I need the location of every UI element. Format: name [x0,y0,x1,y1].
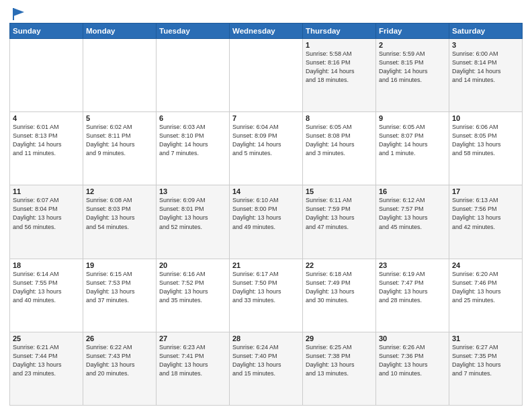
day-number: 20 [159,261,226,269]
day-info: Sunrise: 6:11 AMSunset: 7:59 PMDaylight:… [306,196,373,231]
week-row-3: 18Sunrise: 6:14 AMSunset: 7:55 PMDayligh… [10,259,523,332]
day-cell-11: 11Sunrise: 6:07 AMSunset: 8:04 PMDayligh… [10,185,83,259]
day-cell-3: 3Sunrise: 6:00 AMSunset: 8:14 PMDaylight… [449,39,523,112]
day-number: 15 [306,187,373,195]
day-cell-10: 10Sunrise: 6:06 AMSunset: 8:05 PMDayligh… [449,112,523,185]
day-cell-1: 1Sunrise: 5:58 AMSunset: 8:16 PMDaylight… [303,39,376,112]
day-info: Sunrise: 6:22 AMSunset: 7:43 PMDaylight:… [86,343,153,378]
day-number: 29 [306,334,373,342]
day-number: 18 [13,261,80,269]
day-number: 21 [232,261,300,269]
day-cell-31: 31Sunrise: 6:27 AMSunset: 7:35 PMDayligh… [449,332,523,405]
day-info: Sunrise: 6:13 AMSunset: 7:56 PMDaylight:… [452,196,519,231]
day-info: Sunrise: 6:03 AMSunset: 8:10 PMDaylight:… [159,123,226,158]
header [9,7,523,19]
day-cell-17: 17Sunrise: 6:13 AMSunset: 7:56 PMDayligh… [449,185,523,259]
day-number: 16 [379,187,446,195]
day-info: Sunrise: 6:09 AMSunset: 8:01 PMDaylight:… [159,196,226,231]
day-header-tuesday: Tuesday [157,24,230,39]
day-header-friday: Friday [376,24,449,39]
day-header-thursday: Thursday [303,24,376,39]
day-info: Sunrise: 6:16 AMSunset: 7:52 PMDaylight:… [159,270,226,305]
day-cell-18: 18Sunrise: 6:14 AMSunset: 7:55 PMDayligh… [10,259,83,332]
day-cell-23: 23Sunrise: 6:19 AMSunset: 7:47 PMDayligh… [376,259,449,332]
day-number: 24 [452,261,519,269]
day-header-wednesday: Wednesday [230,24,303,39]
day-number: 22 [306,261,373,269]
day-cell-21: 21Sunrise: 6:17 AMSunset: 7:50 PMDayligh… [230,259,303,332]
day-cell-4: 4Sunrise: 6:01 AMSunset: 8:13 PMDaylight… [10,112,83,185]
day-number: 7 [232,114,300,122]
day-cell-25: 25Sunrise: 6:21 AMSunset: 7:44 PMDayligh… [10,332,83,405]
day-info: Sunrise: 6:00 AMSunset: 8:14 PMDaylight:… [452,50,519,85]
day-header-sunday: Sunday [10,24,83,39]
day-info: Sunrise: 6:19 AMSunset: 7:47 PMDaylight:… [379,270,446,305]
day-info: Sunrise: 6:17 AMSunset: 7:50 PMDaylight:… [232,270,300,305]
day-number: 14 [232,187,300,195]
day-cell-14: 14Sunrise: 6:10 AMSunset: 8:00 PMDayligh… [230,185,303,259]
day-number: 1 [306,41,373,49]
day-cell-6: 6Sunrise: 6:03 AMSunset: 8:10 PMDaylight… [157,112,230,185]
day-info: Sunrise: 6:06 AMSunset: 8:05 PMDaylight:… [452,123,519,158]
empty-cell [83,39,157,112]
day-info: Sunrise: 6:05 AMSunset: 8:08 PMDaylight:… [306,123,373,158]
svg-marker-0 [13,8,24,16]
empty-cell [157,39,230,112]
week-row-0: 1Sunrise: 5:58 AMSunset: 8:16 PMDaylight… [10,39,523,112]
day-info: Sunrise: 6:10 AMSunset: 8:00 PMDaylight:… [232,196,300,231]
empty-cell [10,39,83,112]
day-info: Sunrise: 6:15 AMSunset: 7:53 PMDaylight:… [86,270,153,305]
page: SundayMondayTuesdayWednesdayThursdayFrid… [0,0,532,411]
day-info: Sunrise: 6:25 AMSunset: 7:38 PMDaylight:… [306,343,373,378]
day-number: 17 [452,187,519,195]
day-cell-12: 12Sunrise: 6:08 AMSunset: 8:03 PMDayligh… [83,185,157,259]
day-cell-27: 27Sunrise: 6:23 AMSunset: 7:41 PMDayligh… [157,332,230,405]
day-number: 30 [379,334,446,342]
day-info: Sunrise: 6:23 AMSunset: 7:41 PMDaylight:… [159,343,226,378]
day-info: Sunrise: 6:07 AMSunset: 8:04 PMDaylight:… [13,196,80,231]
day-cell-20: 20Sunrise: 6:16 AMSunset: 7:52 PMDayligh… [157,259,230,332]
day-number: 28 [232,334,300,342]
day-cell-9: 9Sunrise: 6:05 AMSunset: 8:07 PMDaylight… [376,112,449,185]
day-info: Sunrise: 6:18 AMSunset: 7:49 PMDaylight:… [306,270,373,305]
day-number: 11 [13,187,80,195]
day-info: Sunrise: 6:01 AMSunset: 8:13 PMDaylight:… [13,123,80,158]
day-number: 27 [159,334,226,342]
day-number: 5 [86,114,153,122]
day-number: 6 [159,114,226,122]
day-number: 2 [379,41,446,49]
day-cell-28: 28Sunrise: 6:24 AMSunset: 7:40 PMDayligh… [230,332,303,405]
day-cell-30: 30Sunrise: 6:26 AMSunset: 7:36 PMDayligh… [376,332,449,405]
day-number: 26 [86,334,153,342]
day-info: Sunrise: 6:24 AMSunset: 7:40 PMDaylight:… [232,343,300,378]
day-cell-2: 2Sunrise: 5:59 AMSunset: 8:15 PMDaylight… [376,39,449,112]
logo-flag-icon [11,7,26,21]
day-info: Sunrise: 6:08 AMSunset: 8:03 PMDaylight:… [86,196,153,231]
day-cell-29: 29Sunrise: 6:25 AMSunset: 7:38 PMDayligh… [303,332,376,405]
day-number: 19 [86,261,153,269]
day-cell-8: 8Sunrise: 6:05 AMSunset: 8:08 PMDaylight… [303,112,376,185]
day-cell-22: 22Sunrise: 6:18 AMSunset: 7:49 PMDayligh… [303,259,376,332]
day-number: 10 [452,114,519,122]
day-info: Sunrise: 6:14 AMSunset: 7:55 PMDaylight:… [13,270,80,305]
logo [9,7,26,19]
day-number: 31 [452,334,519,342]
calendar: SundayMondayTuesdayWednesdayThursdayFrid… [9,23,523,406]
day-info: Sunrise: 6:26 AMSunset: 7:36 PMDaylight:… [379,343,446,378]
week-row-4: 25Sunrise: 6:21 AMSunset: 7:44 PMDayligh… [10,332,523,405]
day-cell-19: 19Sunrise: 6:15 AMSunset: 7:53 PMDayligh… [83,259,157,332]
day-header-saturday: Saturday [449,24,523,39]
day-info: Sunrise: 6:04 AMSunset: 8:09 PMDaylight:… [232,123,300,158]
day-number: 12 [86,187,153,195]
day-cell-15: 15Sunrise: 6:11 AMSunset: 7:59 PMDayligh… [303,185,376,259]
day-number: 9 [379,114,446,122]
day-number: 4 [13,114,80,122]
days-header-row: SundayMondayTuesdayWednesdayThursdayFrid… [10,24,523,39]
day-info: Sunrise: 5:58 AMSunset: 8:16 PMDaylight:… [306,50,373,85]
day-info: Sunrise: 6:02 AMSunset: 8:11 PMDaylight:… [86,123,153,158]
day-cell-26: 26Sunrise: 6:22 AMSunset: 7:43 PMDayligh… [83,332,157,405]
day-number: 25 [13,334,80,342]
day-info: Sunrise: 5:59 AMSunset: 8:15 PMDaylight:… [379,50,446,85]
day-number: 8 [306,114,373,122]
day-cell-16: 16Sunrise: 6:12 AMSunset: 7:57 PMDayligh… [376,185,449,259]
